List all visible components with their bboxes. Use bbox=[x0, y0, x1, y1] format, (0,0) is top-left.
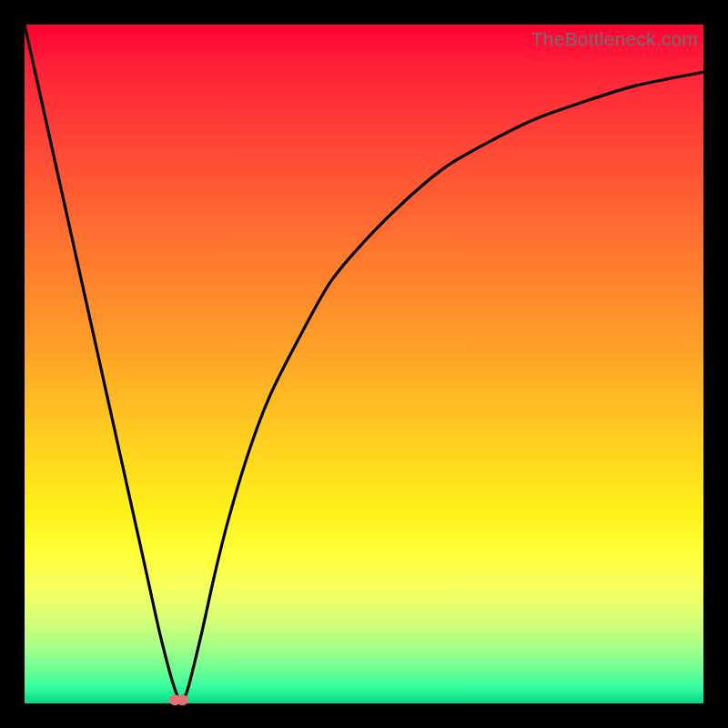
chart-frame: TheBottleneck.com bbox=[25, 25, 703, 703]
bottleneck-curve-line bbox=[25, 25, 703, 700]
watermark-text: TheBottleneck.com bbox=[531, 28, 698, 50]
optimum-marker-icon bbox=[177, 694, 188, 705]
chart-svg bbox=[25, 25, 703, 703]
